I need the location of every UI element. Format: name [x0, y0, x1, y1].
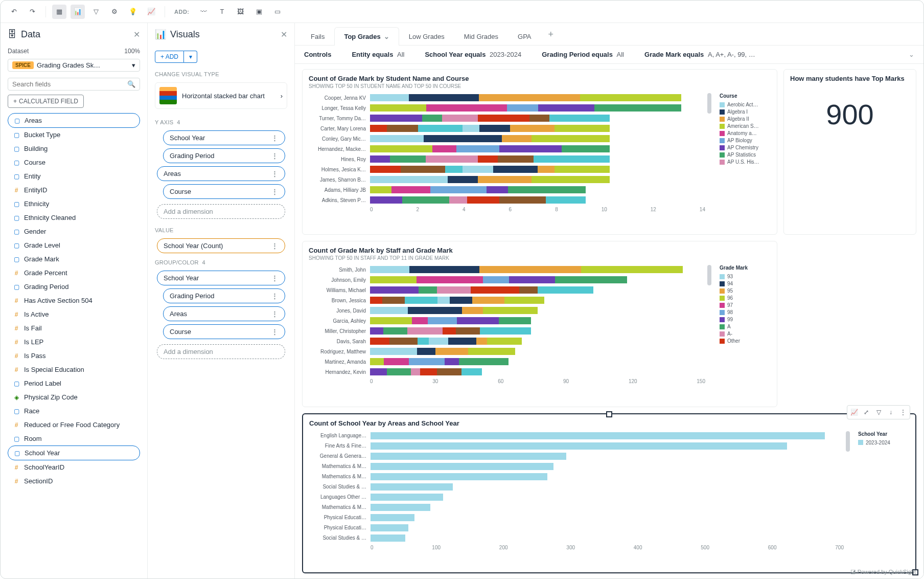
field-well-course[interactable]: Course⋮	[163, 184, 285, 199]
bar-row[interactable]: Conley, Gary Mic…	[309, 134, 705, 143]
legend-item[interactable]: 93	[720, 274, 771, 279]
scrollbar[interactable]	[707, 265, 711, 285]
add-yaxis-dimension[interactable]: Add a dimension	[157, 204, 285, 219]
field-grading-period[interactable]: ▢Grading Period	[8, 280, 140, 294]
bar-row[interactable]: Miller, Christopher	[309, 326, 705, 336]
bar-row[interactable]: Carter, Mary Lorena	[309, 124, 705, 133]
autograph-icon[interactable]: 📈	[848, 407, 860, 418]
add-visual-dropdown[interactable]: ▾	[184, 51, 197, 63]
filter-icon[interactable]: ▽	[89, 5, 103, 19]
field-reduced-or-free-food-category[interactable]: #Reduced or Free Food Category	[8, 418, 140, 432]
legend-item[interactable]: 95	[720, 288, 771, 294]
bar-row[interactable]: Johnson, Emily	[309, 275, 705, 284]
field-entity[interactable]: ▢Entity	[8, 169, 140, 183]
viz-schoolyear-by-area[interactable]: 📈 ⤢ ▽ ↓ ⋮ Count of School Year by Areas …	[302, 413, 916, 573]
field-period-label[interactable]: ▢Period Label	[8, 376, 140, 390]
bar-row[interactable]: Mathematics & M…	[309, 503, 844, 512]
tab-top-grades[interactable]: Top Grades⌄	[334, 27, 399, 46]
legend-item[interactable]: 97	[720, 302, 771, 308]
legend-item[interactable]: 94	[720, 281, 771, 286]
tab-fails[interactable]: Fails	[301, 27, 334, 46]
field-well-areas[interactable]: Areas⋮	[163, 306, 285, 321]
expand-controls-icon[interactable]: ⌄	[909, 51, 914, 58]
add-visual-button[interactable]: + ADD	[155, 51, 184, 63]
field-has-active-section-504[interactable]: #Has Active Section 504	[8, 294, 140, 307]
dataset-selector[interactable]: SPICE Grading Grades Sk… ▾	[8, 59, 140, 72]
legend-item[interactable]: 96	[720, 295, 771, 301]
legend-item[interactable]: A	[720, 324, 771, 329]
field-well-school-year[interactable]: School Year⋮	[163, 130, 285, 145]
tab-mid-grades[interactable]: Mid Grades	[454, 27, 508, 46]
undo-icon[interactable]: ↶	[7, 5, 21, 19]
add-control-icon[interactable]: ▭	[270, 5, 285, 19]
bar-row[interactable]: Fine Arts & Fine…	[309, 441, 844, 451]
bar-row[interactable]: Adkins, Steven P…	[309, 195, 705, 205]
bar-row[interactable]: Garcia, Ashley	[309, 316, 705, 325]
field-is-special-education[interactable]: #Is Special Education	[8, 363, 140, 376]
add-line-icon[interactable]: 〰	[197, 5, 211, 19]
legend-item[interactable]: Algebra I	[720, 109, 771, 115]
viz-grade-by-student[interactable]: Count of Grade Mark by Student Name and …	[302, 69, 777, 235]
redo-icon[interactable]: ↷	[25, 5, 39, 19]
close-icon[interactable]: ✕	[281, 30, 287, 39]
more-icon[interactable]: ⋮	[271, 292, 279, 300]
legend-item[interactable]: American S…	[720, 123, 771, 129]
field-well-grading-period[interactable]: Grading Period⋮	[163, 148, 285, 163]
bar-row[interactable]: Holmes, Jesica K…	[309, 165, 705, 174]
add-tab-button[interactable]: +	[541, 24, 561, 45]
bar-row[interactable]: Hines, Roy	[309, 154, 705, 164]
bar-row[interactable]: General & Genera…	[309, 452, 844, 461]
field-schoolyearid[interactable]: #SchoolYearID	[8, 460, 140, 474]
field-room[interactable]: ▢Room	[8, 432, 140, 446]
more-icon[interactable]: ⋮	[271, 242, 279, 250]
sliders-icon[interactable]: ⚙	[107, 5, 122, 19]
bar-row[interactable]: Mathematics & M…	[309, 462, 844, 471]
more-icon[interactable]: ⋮	[271, 274, 279, 282]
field-well-grading-period[interactable]: Grading Period⋮	[163, 288, 285, 303]
bar-row[interactable]: Social Studies & …	[309, 533, 844, 543]
bar-row[interactable]: Williams, Michael	[309, 285, 705, 295]
field-is-fail[interactable]: #Is Fail	[8, 321, 140, 335]
field-physical-zip-code[interactable]: ◈Physical Zip Code	[8, 390, 140, 404]
bar-row[interactable]: Longer, Tessa Kelly	[309, 103, 705, 113]
value-field-well[interactable]: School Year (Count)⋮	[157, 238, 285, 253]
field-race[interactable]: ▢Race	[8, 404, 140, 418]
control-grading-period-equals[interactable]: Grading Period equals All	[542, 51, 624, 58]
viz-kpi-top-marks[interactable]: How many students have Top Marks 900	[783, 69, 916, 235]
insights-icon[interactable]: 📈	[144, 5, 158, 19]
field-school-year[interactable]: ▢School Year	[8, 446, 140, 460]
scrollbar[interactable]	[707, 93, 711, 114]
viz-grade-by-staff[interactable]: Count of Grade Mark by Staff and Grade M…	[302, 241, 777, 407]
field-grade-level[interactable]: ▢Grade Level	[8, 238, 140, 252]
field-is-active[interactable]: #Is Active	[8, 307, 140, 321]
legend-item[interactable]: 2023-2024	[858, 440, 909, 446]
control-school-year-equals[interactable]: School Year equals 2023-2024	[425, 51, 521, 58]
bar-row[interactable]: Turner, Tommy Da…	[309, 114, 705, 123]
legend-item[interactable]: AP Biology	[720, 138, 771, 143]
bar-row[interactable]: Brown, Jessica	[309, 296, 705, 305]
legend-item[interactable]: Aerobic Act…	[720, 102, 771, 107]
more-icon[interactable]: ⋮	[271, 134, 279, 142]
field-ethnicity-cleaned[interactable]: ▢Ethnicity Cleaned	[8, 211, 140, 225]
legend-item[interactable]: Other	[720, 338, 771, 344]
bar-chart-icon[interactable]: 📊	[71, 5, 85, 19]
bar-row[interactable]: Languages Other …	[309, 493, 844, 502]
field-building[interactable]: ▢Building	[8, 142, 140, 155]
bar-row[interactable]: Social Studies & …	[309, 482, 844, 492]
field-grade-mark[interactable]: ▢Grade Mark	[8, 252, 140, 266]
filter-icon[interactable]: ▽	[873, 407, 884, 418]
bar-row[interactable]: James, Sharron B…	[309, 175, 705, 184]
field-course[interactable]: ▢Course	[8, 155, 140, 169]
expand-icon[interactable]: ⤢	[861, 407, 872, 418]
add-text-icon[interactable]: T	[215, 5, 229, 19]
bar-row[interactable]: Adams, Hilliary JB	[309, 185, 705, 194]
tab-low-grades[interactable]: Low Grades	[399, 27, 454, 46]
bar-row[interactable]: Jones, David	[309, 306, 705, 315]
add-visual-icon[interactable]: ▣	[252, 5, 266, 19]
bar-row[interactable]: Cooper, Jenna KV	[309, 93, 705, 102]
bar-row[interactable]: Davis, Sarah	[309, 337, 705, 346]
field-is-lep[interactable]: #Is LEP	[8, 335, 140, 349]
close-icon[interactable]: ✕	[133, 30, 140, 39]
control-entity-equals[interactable]: Entity equals All	[352, 51, 404, 58]
bar-row[interactable]: Physical Educati…	[309, 523, 844, 532]
